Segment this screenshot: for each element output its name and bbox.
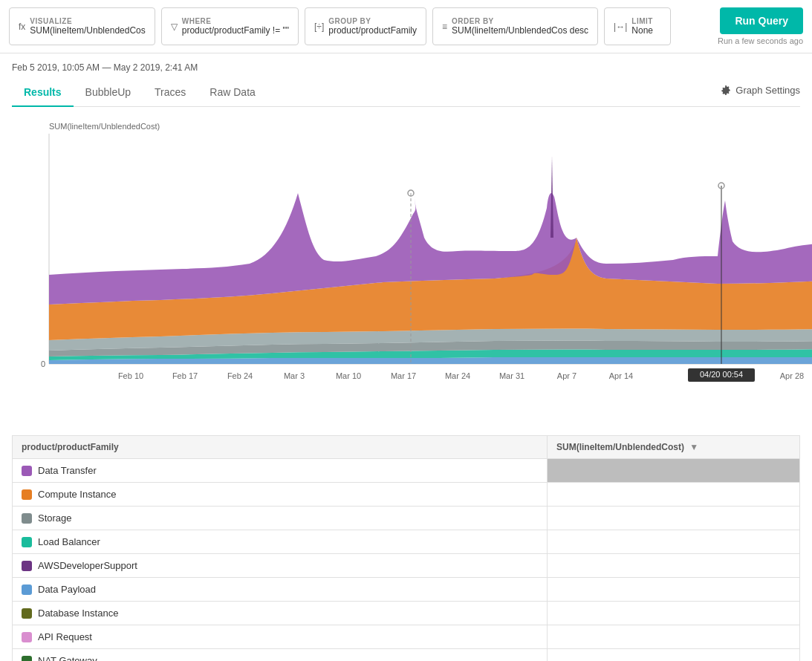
visualize-label: VISUALIZE — [30, 17, 145, 25]
row-label-aws-developer-support: AWSDeveloperSupport — [13, 554, 548, 578]
date-range: Feb 5 2019, 10:05 AM — May 2 2019, 2:41 … — [12, 62, 800, 73]
row-label-database-instance: Database Instance — [13, 602, 548, 625]
tab-results[interactable]: Results — [12, 80, 74, 107]
row-label-nat-gateway: NAT Gateway — [13, 649, 548, 662]
content-area: Feb 5 2019, 10:05 AM — May 2 2019, 2:41 … — [0, 53, 812, 661]
table-row: AWSDeveloperSupport — [13, 554, 800, 578]
col1-header[interactable]: product/productFamily — [13, 436, 548, 459]
table-row: Database Instance — [13, 602, 800, 625]
svg-text:Feb 17: Feb 17 — [172, 371, 198, 380]
row-value-api-request — [548, 625, 800, 649]
data-table: product/productFamily SUM(lineItem/Unble… — [12, 435, 800, 661]
tab-bubbleup[interactable]: BubbleUp — [74, 80, 143, 107]
where-section[interactable]: ▽ WHERE product/productFamily != "" — [161, 7, 299, 45]
graph-settings-button[interactable]: Graph Settings — [720, 85, 800, 97]
visualize-content: VISUALIZE SUM(lineItem/UnblendedCos — [30, 17, 145, 36]
color-swatch-compute-instance — [22, 489, 32, 500]
chart-y-label: SUM(lineItem/UnblendedCost) — [49, 122, 800, 131]
limit-value: None — [631, 25, 653, 36]
row-value-data-payload — [548, 578, 800, 602]
groupby-label: GROUP BY — [328, 17, 417, 25]
sort-icon: ▼ — [689, 442, 698, 452]
where-value: product/productFamily != "" — [182, 25, 289, 36]
row-value-storage — [548, 507, 800, 530]
limit-section[interactable]: |↔| LIMIT None — [604, 7, 671, 45]
row-value-compute-instance — [548, 483, 800, 507]
svg-text:Apr 28: Apr 28 — [780, 371, 804, 380]
row-value-nat-gateway — [548, 649, 800, 662]
svg-text:0: 0 — [41, 359, 45, 368]
row-label-data-transfer: Data Transfer — [13, 459, 548, 483]
table-row: Data Transfer — [13, 459, 800, 483]
row-label-api-request: API Request — [13, 625, 548, 649]
where-label: WHERE — [182, 17, 289, 25]
orderby-content: ORDER BY SUM(lineItem/UnblendedCos desc — [452, 17, 588, 36]
row-value-database-instance — [548, 602, 800, 625]
color-swatch-storage — [22, 513, 32, 524]
where-icon: ▽ — [171, 22, 178, 32]
svg-text:Mar 24: Mar 24 — [445, 371, 470, 380]
row-value-data-transfer — [548, 459, 800, 483]
col2-header[interactable]: SUM(lineItem/UnblendedCost) ▼ — [548, 436, 800, 459]
svg-text:Mar 10: Mar 10 — [336, 371, 361, 380]
tabs-right: Graph Settings — [720, 85, 800, 102]
orderby-label: ORDER BY — [452, 17, 588, 25]
row-label-load-balancer: Load Balancer — [13, 530, 548, 554]
limit-content: LIMIT None — [631, 17, 653, 36]
color-swatch-load-balancer — [22, 537, 32, 547]
table-row: NAT Gateway — [13, 649, 800, 662]
table-row: Storage — [13, 507, 800, 530]
table-row: Data Payload — [13, 578, 800, 602]
svg-text:04/20 00:54: 04/20 00:54 — [700, 370, 743, 379]
color-swatch-aws-developer-support — [22, 561, 32, 571]
svg-text:Mar 3: Mar 3 — [284, 371, 305, 380]
tab-traces[interactable]: Traces — [143, 80, 198, 107]
visualize-value: SUM(lineItem/UnblendedCos — [30, 25, 145, 36]
svg-text:Feb 24: Feb 24 — [227, 371, 253, 380]
tab-rawdata[interactable]: Raw Data — [198, 80, 267, 107]
color-swatch-api-request — [22, 632, 32, 642]
where-content: WHERE product/productFamily != "" — [182, 17, 289, 36]
toolbar: fx VISUALIZE SUM(lineItem/UnblendedCos ▽… — [0, 0, 812, 53]
limit-label: LIMIT — [631, 17, 653, 25]
row-label-storage: Storage — [13, 507, 548, 530]
svg-text:Apr 14: Apr 14 — [609, 371, 633, 380]
groupby-icon: [÷] — [314, 22, 324, 32]
table-row: API Request — [13, 625, 800, 649]
color-swatch-nat-gateway — [22, 656, 32, 662]
svg-text:Feb 10: Feb 10 — [118, 371, 143, 380]
table-row: Load Balancer — [13, 530, 800, 554]
graph-settings-label: Graph Settings — [735, 85, 800, 96]
visualize-icon: fx — [19, 22, 25, 32]
color-swatch-data-transfer — [22, 466, 32, 476]
row-value-load-balancer — [548, 530, 800, 554]
svg-text:Apr 7: Apr 7 — [557, 371, 576, 380]
svg-text:Mar 17: Mar 17 — [391, 371, 416, 380]
row-label-data-payload: Data Payload — [13, 578, 548, 602]
visualize-section[interactable]: fx VISUALIZE SUM(lineItem/UnblendedCos — [9, 7, 155, 45]
chart-svg: 0 04/20 0 — [49, 134, 812, 394]
color-swatch-database-instance — [22, 608, 32, 619]
orderby-icon: ≡ — [442, 22, 447, 32]
color-swatch-data-payload — [22, 585, 32, 595]
row-value-aws-developer-support — [548, 554, 800, 578]
run-time: Run a few seconds ago — [718, 36, 803, 45]
chart-container: SUM(lineItem/UnblendedCost) 0 — [12, 116, 800, 423]
limit-icon: |↔| — [614, 22, 627, 32]
svg-text:Mar 31: Mar 31 — [499, 371, 524, 380]
orderby-section[interactable]: ≡ ORDER BY SUM(lineItem/UnblendedCos des… — [432, 7, 598, 45]
run-query-area: Run Query Run a few seconds ago — [718, 7, 803, 45]
row-label-compute-instance: Compute Instance — [13, 483, 548, 507]
groupby-content: GROUP BY product/productFamily — [328, 17, 417, 36]
groupby-value: product/productFamily — [328, 25, 417, 36]
table-row: Compute Instance — [13, 483, 800, 507]
tabs: Results BubbleUp Traces Raw Data Graph S… — [12, 80, 800, 107]
orderby-value: SUM(lineItem/UnblendedCos desc — [452, 25, 588, 36]
groupby-section[interactable]: [÷] GROUP BY product/productFamily — [305, 7, 426, 45]
gear-icon — [720, 85, 732, 97]
run-query-button[interactable]: Run Query — [720, 7, 803, 34]
